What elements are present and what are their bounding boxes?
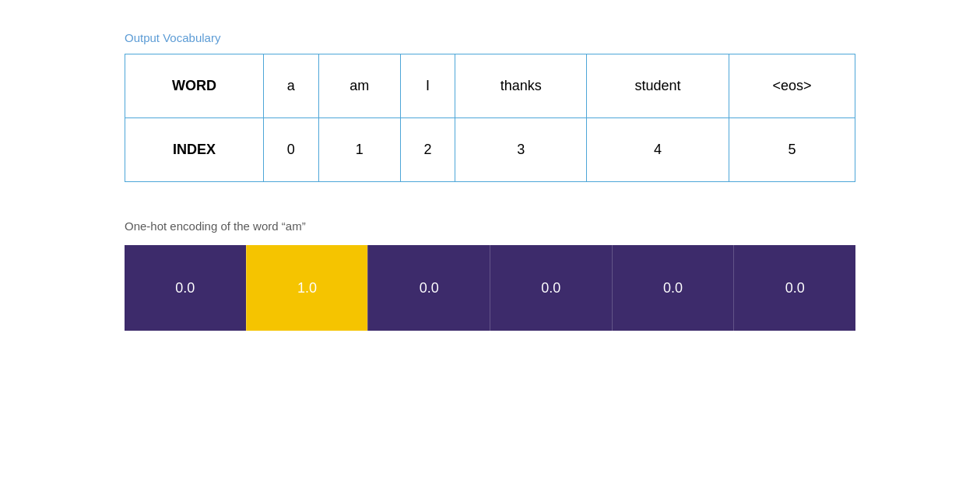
encoding-section: One-hot encoding of the word “am” 0.01.0… <box>125 219 855 331</box>
table-cell: 5 <box>729 118 855 182</box>
encoding-cell: 0.0 <box>367 245 490 331</box>
table-cell: 0 <box>263 118 318 182</box>
table-cell: <eos> <box>729 54 855 118</box>
page-container: Output Vocabulary WORDaamIthanksstudent<… <box>0 16 980 346</box>
encoding-cell: 0.0 <box>733 245 855 331</box>
encoding-bar: 0.01.00.00.00.00.0 <box>125 245 855 331</box>
encoding-cell: 0.0 <box>612 245 734 331</box>
vocab-section-title: Output Vocabulary <box>125 31 855 44</box>
table-cell: 3 <box>455 118 587 182</box>
table-row: INDEX012345 <box>125 118 855 182</box>
encoding-title: One-hot encoding of the word “am” <box>125 219 855 233</box>
encoding-cell: 0.0 <box>490 245 612 331</box>
table-cell: a <box>263 54 318 118</box>
table-cell: I <box>400 54 455 118</box>
row-header: WORD <box>125 54 264 118</box>
vocab-section: Output Vocabulary WORDaamIthanksstudent<… <box>125 31 855 182</box>
encoding-cell: 1.0 <box>246 245 368 331</box>
table-cell: thanks <box>455 54 587 118</box>
table-cell: 2 <box>400 118 455 182</box>
table-cell: student <box>587 54 729 118</box>
table-row: WORDaamIthanksstudent<eos> <box>125 54 855 118</box>
vocab-table: WORDaamIthanksstudent<eos>INDEX012345 <box>125 54 855 182</box>
table-cell: 4 <box>587 118 729 182</box>
encoding-cell: 0.0 <box>125 245 246 331</box>
row-header: INDEX <box>125 118 264 182</box>
table-cell: 1 <box>318 118 400 182</box>
table-cell: am <box>318 54 400 118</box>
